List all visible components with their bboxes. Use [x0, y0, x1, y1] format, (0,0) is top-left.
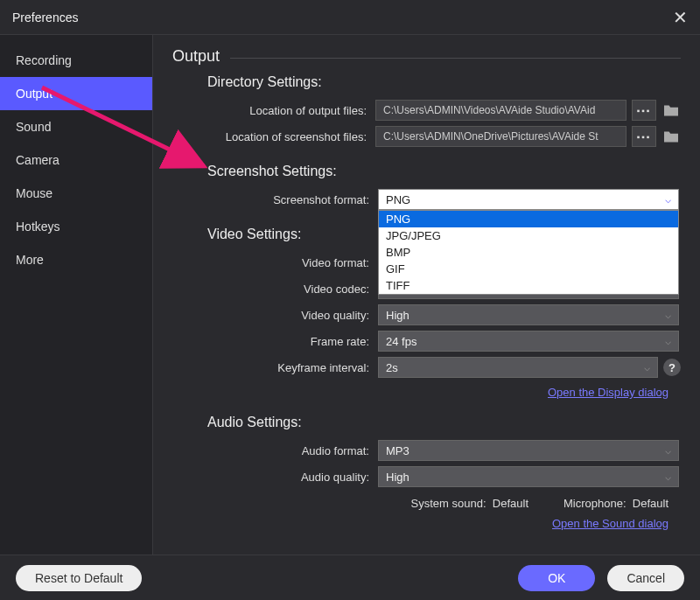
output-location-field[interactable]	[375, 100, 626, 121]
chevron-down-icon: ⌵	[644, 361, 650, 373]
microphone-status: Microphone: Default	[564, 497, 668, 510]
browse-output-button[interactable]: ▪▪▪	[632, 100, 656, 121]
sidebar-item-more[interactable]: More	[0, 243, 152, 276]
row-audio-quality: Audio quality: High⌵	[172, 465, 681, 488]
audio-format-value: MP3	[386, 444, 410, 457]
dropdown-option-png[interactable]: PNG	[379, 211, 678, 227]
label-output-location: Location of output files:	[172, 104, 375, 117]
sidebar: Recording Output Sound Camera Mouse Hotk…	[0, 35, 153, 555]
label-audio-quality: Audio quality:	[172, 471, 378, 484]
folder-icon[interactable]	[662, 102, 681, 118]
dropdown-option-jpg[interactable]: JPG/JPEG	[379, 227, 678, 244]
keyframe-interval-select[interactable]: 2s⌵	[378, 357, 658, 378]
sidebar-item-camera[interactable]: Camera	[0, 143, 152, 177]
window-title: Preferences	[12, 10, 78, 24]
cancel-button[interactable]: Cancel	[607, 565, 684, 591]
label-audio-format: Audio format:	[172, 444, 378, 457]
label-screenshot-format: Screenshot format:	[172, 193, 378, 206]
label-video-quality: Video quality:	[172, 309, 378, 322]
audio-quality-value: High	[386, 471, 410, 484]
row-video-quality: Video quality: High⌵	[172, 303, 681, 326]
row-output-location: Location of output files: ▪▪▪	[172, 99, 681, 122]
row-screenshot-format: Screenshot format: PNG ⌵ PNG JPG/JPEG BM…	[172, 188, 681, 211]
row-keyframe-interval: Keyframe interval: 2s⌵ ?	[172, 356, 681, 379]
system-sound-status: System sound: Default	[411, 497, 528, 510]
page-title: Output	[172, 47, 681, 66]
keyframe-interval-value: 2s	[386, 361, 398, 374]
titlebar: Preferences ✕	[0, 0, 700, 35]
ok-button[interactable]: OK	[518, 565, 595, 591]
sound-dialog-link[interactable]: Open the Sound dialog	[172, 517, 668, 530]
video-quality-value: High	[386, 309, 410, 322]
audio-quality-select[interactable]: High⌵	[378, 466, 679, 487]
display-dialog-link[interactable]: Open the Display dialog	[172, 386, 668, 399]
row-screenshot-location: Location of screenshot files: ▪▪▪	[172, 125, 681, 148]
screenshot-format-dropdown: PNG JPG/JPEG BMP GIF TIFF	[378, 210, 679, 295]
chevron-down-icon: ⌵	[665, 193, 671, 206]
body: Recording Output Sound Camera Mouse Hotk…	[0, 35, 700, 555]
sidebar-item-recording[interactable]: Recording	[0, 44, 152, 77]
folder-icon[interactable]	[662, 129, 681, 144]
screenshot-location-field[interactable]	[375, 126, 626, 147]
browse-screenshot-button[interactable]: ▪▪▪	[632, 126, 656, 147]
chevron-down-icon: ⌵	[665, 309, 671, 321]
close-icon[interactable]: ✕	[673, 7, 688, 28]
dropdown-option-gif[interactable]: GIF	[379, 261, 678, 277]
chevron-down-icon: ⌵	[665, 335, 671, 347]
label-frame-rate: Frame rate:	[172, 335, 378, 348]
footer: Reset to Default OK Cancel	[0, 555, 700, 600]
directory-settings-heading: Directory Settings:	[207, 74, 681, 90]
audio-format-select[interactable]: MP3⌵	[378, 440, 679, 461]
video-quality-select[interactable]: High⌵	[378, 304, 679, 325]
dropdown-option-bmp[interactable]: BMP	[379, 244, 678, 261]
main-panel: Output Directory Settings: Location of o…	[153, 35, 700, 555]
screenshot-format-select[interactable]: PNG ⌵	[378, 189, 679, 210]
chevron-down-icon: ⌵	[665, 444, 671, 457]
page-title-text: Output	[172, 47, 220, 66]
reset-button[interactable]: Reset to Default	[16, 565, 142, 591]
row-frame-rate: Frame rate: 24 fps⌵	[172, 330, 681, 352]
sidebar-item-mouse[interactable]: Mouse	[0, 177, 152, 210]
dropdown-option-tiff[interactable]: TIFF	[379, 277, 678, 294]
label-screenshot-location: Location of screenshot files:	[172, 130, 375, 143]
label-keyframe-interval: Keyframe interval:	[172, 361, 378, 374]
audio-settings-heading: Audio Settings:	[207, 415, 681, 430]
screenshot-settings-heading: Screenshot Settings:	[207, 164, 681, 179]
screenshot-format-value: PNG	[386, 193, 410, 206]
chevron-down-icon: ⌵	[665, 471, 671, 483]
sidebar-item-sound[interactable]: Sound	[0, 110, 152, 143]
label-video-format: Video format:	[172, 256, 378, 269]
row-audio-format: Audio format: MP3⌵	[172, 439, 681, 462]
label-video-codec: Video codec:	[172, 283, 378, 296]
frame-rate-select[interactable]: 24 fps⌵	[378, 331, 679, 352]
help-icon[interactable]: ?	[663, 359, 681, 376]
frame-rate-value: 24 fps	[386, 335, 416, 348]
audio-status-row: System sound: Default Microphone: Defaul…	[172, 497, 668, 510]
sidebar-item-hotkeys[interactable]: Hotkeys	[0, 210, 152, 243]
sidebar-item-output[interactable]: Output	[0, 77, 152, 110]
